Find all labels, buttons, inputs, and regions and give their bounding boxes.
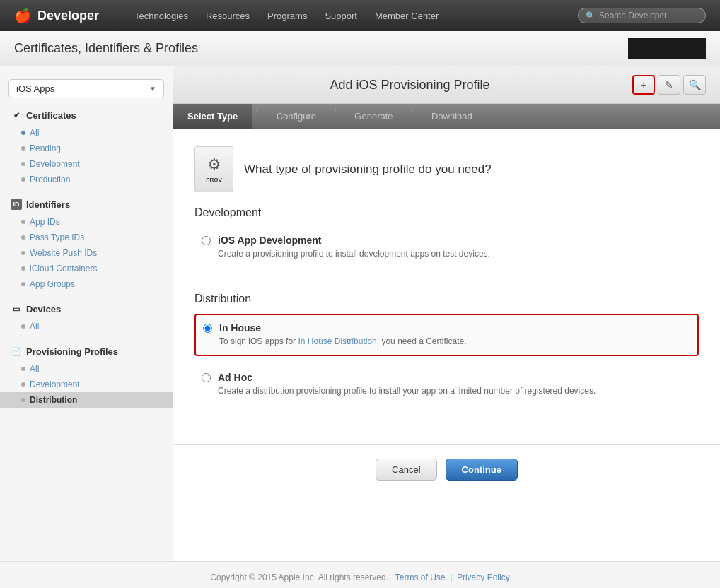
content-header: Add iOS Provisioning Profile + ✎ 🔍 [173, 66, 720, 104]
sidebar-item-pass-type-ids[interactable]: Pass Type IDs [0, 230, 173, 245]
nav-support[interactable]: Support [325, 11, 357, 21]
question-header: ⚙ PROV What type of provisioning profile… [194, 146, 699, 192]
search-icon: 🔍 [586, 11, 596, 20]
sidebar-item-prov-distribution[interactable]: Distribution [0, 392, 173, 408]
bullet-icon [21, 251, 25, 255]
option-in-house[interactable]: In House To sign iOS apps for In House D… [194, 314, 699, 356]
prov-icon-label: PROV [206, 177, 222, 183]
bullet-icon [21, 382, 25, 387]
logo-text: Developer [37, 8, 99, 23]
bullet-icon [21, 162, 25, 166]
device-icon: ▭ [11, 303, 22, 314]
chevron-down-icon: ▼ [149, 85, 156, 93]
wizard-content: ⚙ PROV What type of provisioning profile… [173, 129, 720, 430]
search-icon: 🔍 [689, 79, 701, 90]
sidebar-item-prov-development[interactable]: Development [0, 377, 173, 392]
wizard-step-generate[interactable]: Generate [340, 104, 407, 129]
sidebar-section-provisioning: 📄 Provisioning Profiles All Development … [0, 341, 173, 408]
bullet-icon [21, 220, 25, 224]
certificates-header: ✔ Certificates [0, 105, 173, 125]
top-navigation: 🍎 Developer Technologies Resources Progr… [0, 0, 720, 31]
nav-member-center[interactable]: Member Center [375, 11, 439, 21]
sidebar-item-website-push-ids[interactable]: Website Push IDs [0, 245, 173, 261]
option-ios-app-dev-label: iOS App Development [218, 235, 490, 246]
identifiers-label: Identifiers [26, 199, 70, 210]
in-house-link[interactable]: In House Distribution [298, 336, 376, 346]
wizard-step-configure[interactable]: Configure [262, 104, 330, 129]
sidebar-item-cert-production[interactable]: Production [0, 172, 173, 187]
main-content: Add iOS Provisioning Profile + ✎ 🔍 Selec… [173, 66, 720, 561]
nav-programs[interactable]: Programs [267, 11, 307, 21]
bullet-icon [21, 324, 25, 329]
option-in-house-details: In House To sign iOS apps for In House D… [219, 322, 467, 348]
bullet-icon [21, 146, 25, 151]
provisioning-label: Provisioning Profiles [26, 346, 118, 357]
divider [194, 278, 699, 278]
sidebar-item-prov-all[interactable]: All [0, 361, 173, 377]
option-ios-app-dev-desc: Create a provisioning profile to install… [218, 248, 490, 260]
sidebar-item-cert-development[interactable]: Development [0, 156, 173, 172]
document-icon: 📄 [11, 346, 22, 357]
cancel-button[interactable]: Cancel [376, 459, 436, 481]
search-input[interactable] [599, 11, 698, 20]
certificates-label: Certificates [26, 110, 76, 121]
edit-button[interactable]: ✎ [658, 75, 680, 95]
sidebar-item-app-ids[interactable]: App IDs [0, 214, 173, 230]
bullet-icon [21, 177, 25, 182]
radio-ad-hoc[interactable] [202, 373, 211, 382]
ios-apps-dropdown[interactable]: iOS Apps ▼ [8, 79, 164, 98]
sidebar-item-icloud-containers[interactable]: iCloud Containers [0, 261, 173, 276]
sidebar: iOS Apps ▼ ✔ Certificates All Pending De… [0, 66, 173, 561]
nav-technologies[interactable]: Technologies [134, 11, 188, 21]
nav-links: Technologies Resources Programs Support … [134, 11, 439, 21]
bullet-icon [21, 367, 25, 371]
sidebar-section-devices: ▭ Devices All [0, 299, 173, 334]
bullet-icon [21, 398, 25, 402]
main-layout: iOS Apps ▼ ✔ Certificates All Pending De… [0, 66, 720, 561]
wizard-step-select-type[interactable]: Select Type [173, 104, 252, 129]
content-title: Add iOS Provisioning Profile [187, 78, 632, 93]
provisioning-header: 📄 Provisioning Profiles [0, 341, 173, 361]
wizard-step-download[interactable]: Download [417, 104, 487, 129]
radio-in-house[interactable] [203, 324, 212, 333]
wizard-steps: Select Type › Configure › Generate › Dow… [173, 104, 720, 129]
dropdown-label: iOS Apps [16, 83, 149, 94]
option-ad-hoc-label: Ad Hoc [218, 372, 596, 383]
devices-label: Devices [26, 304, 61, 314]
page-footer: Copyright © 2015 Apple Inc. All rights r… [0, 561, 720, 588]
bullet-icon [21, 266, 25, 271]
provisioning-icon: ⚙ PROV [194, 146, 233, 192]
option-ad-hoc-details: Ad Hoc Create a distribution provisionin… [218, 372, 596, 397]
arrow-icon: › [334, 104, 337, 129]
sidebar-item-app-groups[interactable]: App Groups [0, 276, 173, 292]
search-box[interactable]: 🔍 [578, 8, 706, 23]
arrow-icon: › [411, 104, 414, 129]
sidebar-item-cert-all[interactable]: All [0, 125, 173, 141]
sidebar-item-cert-pending[interactable]: Pending [0, 141, 173, 156]
gear-icon: ⚙ [207, 155, 221, 174]
option-ad-hoc[interactable]: Ad Hoc Create a distribution provisionin… [194, 365, 699, 404]
radio-ios-app-dev[interactable] [202, 236, 211, 245]
id-icon: ID [11, 199, 22, 210]
apple-icon: 🍎 [14, 7, 32, 24]
checkmark-icon: ✔ [11, 110, 22, 121]
devices-header: ▭ Devices [0, 299, 173, 319]
copyright-text: Copyright © 2015 Apple Inc. All rights r… [210, 572, 388, 582]
sidebar-item-devices-all[interactable]: All [0, 319, 173, 334]
option-ios-app-dev[interactable]: iOS App Development Create a provisionin… [194, 228, 699, 267]
search-button[interactable]: 🔍 [683, 75, 706, 95]
add-button[interactable]: + [632, 75, 655, 95]
arrow-icon: › [255, 104, 258, 129]
footer-buttons: Cancel Continue [173, 444, 720, 495]
toolbar-buttons: + ✎ 🔍 [632, 75, 706, 95]
option-in-house-desc: To sign iOS apps for In House Distributi… [219, 336, 467, 348]
continue-button[interactable]: Continue [446, 459, 518, 481]
logo: 🍎 Developer [14, 7, 99, 24]
option-in-house-label: In House [219, 322, 467, 334]
option-ad-hoc-desc: Create a distribution provisioning profi… [218, 385, 596, 397]
sidebar-section-identifiers: ID Identifiers App IDs Pass Type IDs Web… [0, 194, 173, 292]
nav-resources[interactable]: Resources [206, 11, 250, 21]
terms-link[interactable]: Terms of Use [395, 572, 446, 582]
pencil-icon: ✎ [665, 79, 673, 90]
privacy-link[interactable]: Privacy Policy [457, 572, 510, 582]
